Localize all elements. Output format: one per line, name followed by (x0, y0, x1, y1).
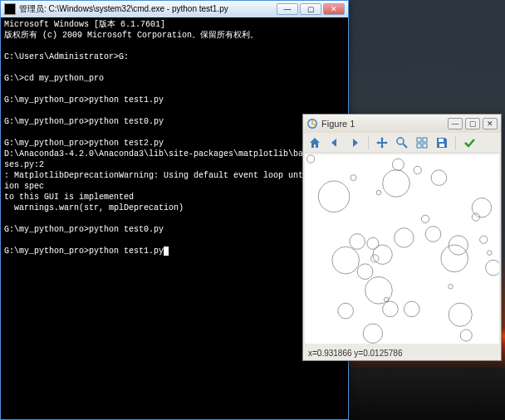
bubble (351, 175, 356, 181)
bubble (486, 260, 499, 276)
bubble (318, 181, 349, 212)
svg-point-1 (397, 138, 404, 144)
svg-rect-5 (417, 144, 421, 148)
ok-button[interactable] (461, 134, 478, 151)
pan-button[interactable] (374, 134, 390, 151)
back-button[interactable] (326, 134, 343, 151)
bubble (357, 264, 373, 280)
maximize-button[interactable]: ▢ (300, 3, 321, 15)
bubble (383, 301, 399, 317)
bubble (441, 245, 468, 272)
bubble (414, 166, 421, 173)
bubble (488, 251, 493, 256)
minimize-button[interactable]: — (277, 3, 298, 15)
home-button[interactable] (306, 134, 323, 151)
bubble (376, 190, 381, 195)
bubble (371, 255, 379, 262)
bubble (367, 237, 379, 249)
figure-toolbar (303, 133, 501, 153)
bubble (338, 303, 354, 319)
bubble (480, 236, 488, 243)
bubble (425, 227, 441, 242)
svg-rect-8 (439, 144, 444, 147)
console-title: 管理员: C:\Windows\system32\cmd.exe - pytho… (19, 3, 277, 15)
save-button[interactable] (434, 134, 450, 151)
console-window: 管理员: C:\Windows\system32\cmd.exe - pytho… (0, 0, 349, 420)
bubble (306, 155, 314, 163)
bubble (365, 276, 393, 304)
console-output[interactable]: Microsoft Windows [版本 6.1.7601] 版权所有 (c)… (1, 17, 348, 419)
bubble (404, 301, 419, 317)
figure-minimize-button[interactable]: — (448, 118, 463, 129)
svg-rect-4 (423, 138, 427, 142)
bubble (383, 170, 410, 198)
cmd-icon (4, 3, 16, 15)
figure-close-button[interactable]: ✕ (483, 118, 498, 129)
bubble (472, 198, 491, 217)
cursor-coordinates: x=0.931866 y=0.0125786 (308, 349, 402, 358)
svg-line-2 (403, 144, 407, 148)
subplots-button[interactable] (414, 134, 430, 151)
bubble (395, 228, 414, 247)
figure-window: Figure 1 — ▢ ✕ (302, 114, 502, 361)
bubble (363, 324, 382, 343)
bubble (431, 170, 447, 186)
bubble (350, 234, 365, 250)
console-titlebar[interactable]: 管理员: C:\Windows\system32\cmd.exe - pytho… (1, 1, 348, 17)
toolbar-separator (455, 136, 456, 149)
close-button[interactable]: ✕ (323, 3, 345, 15)
forward-button[interactable] (346, 134, 363, 151)
cursor (164, 247, 169, 256)
figure-status-bar: x=0.931866 y=0.0125786 (303, 345, 501, 360)
svg-rect-7 (439, 139, 444, 142)
bubble (449, 284, 454, 289)
bubble (332, 247, 360, 274)
toolbar-separator (368, 136, 369, 149)
bubble (421, 215, 429, 222)
figure-title: Figure 1 (321, 119, 448, 129)
window-controls: — ▢ ✕ (277, 3, 345, 15)
svg-rect-3 (417, 138, 421, 142)
figure-canvas[interactable] (305, 154, 499, 344)
figure-titlebar[interactable]: Figure 1 — ▢ ✕ (303, 115, 501, 133)
bubble (449, 303, 472, 326)
figure-maximize-button[interactable]: ▢ (465, 118, 480, 129)
figure-window-controls: — ▢ ✕ (448, 118, 498, 129)
matplotlib-icon (306, 118, 318, 129)
bubble (460, 330, 472, 341)
zoom-button[interactable] (394, 134, 410, 151)
svg-rect-6 (423, 144, 427, 148)
bubble (392, 159, 404, 170)
